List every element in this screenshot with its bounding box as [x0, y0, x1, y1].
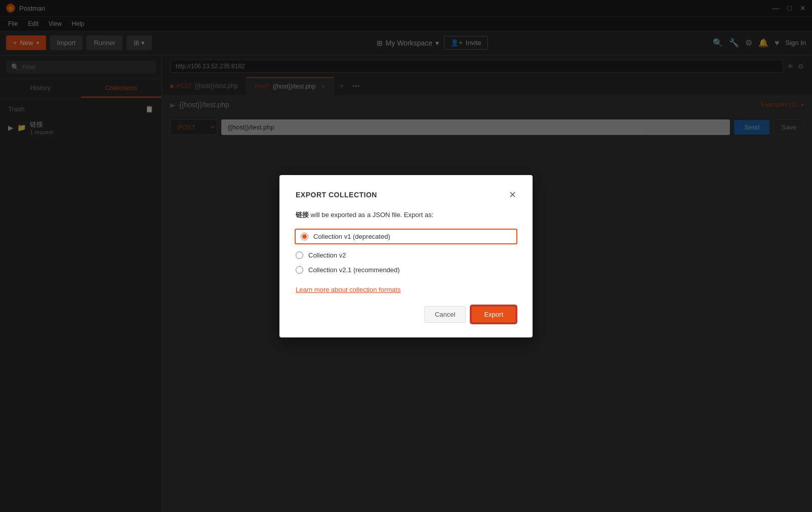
radio-v2-label: Collection v2 [308, 251, 346, 259]
cancel-button[interactable]: Cancel [424, 306, 466, 323]
modal-header: EXPORT COLLECTION ✕ [296, 189, 516, 200]
radio-v1[interactable]: Collection v1 (deprecated) [301, 233, 511, 240]
radio-group: Collection v1 (deprecated) Collection v2… [296, 229, 516, 274]
radio-v2-input[interactable] [296, 251, 303, 259]
radio-v2[interactable]: Collection v2 [296, 251, 516, 259]
modal-overlay: EXPORT COLLECTION ✕ 链接 will be exported … [0, 0, 812, 512]
radio-v1-wrapper: Collection v1 (deprecated) [295, 229, 517, 244]
export-button[interactable]: Export [471, 306, 516, 323]
modal-title: EXPORT COLLECTION [296, 191, 377, 199]
modal-close-button[interactable]: ✕ [509, 189, 516, 200]
radio-v1-input[interactable] [301, 233, 308, 240]
radio-v21-label: Collection v2.1 (recommended) [308, 266, 400, 274]
modal-footer: Cancel Export [296, 306, 516, 323]
collection-name-ref: 链接 [296, 211, 309, 219]
export-collection-modal: EXPORT COLLECTION ✕ 链接 will be exported … [279, 175, 533, 337]
modal-description: 链接 will be exported as a JSON file. Expo… [296, 210, 516, 220]
radio-v21-input[interactable] [296, 266, 303, 274]
radio-v1-label: Collection v1 (deprecated) [313, 233, 390, 240]
learn-more-link[interactable]: Learn more about collection formats [296, 286, 400, 293]
radio-v21[interactable]: Collection v2.1 (recommended) [296, 266, 516, 274]
modal-desc-suffix: will be exported as a JSON file. Export … [309, 211, 433, 219]
